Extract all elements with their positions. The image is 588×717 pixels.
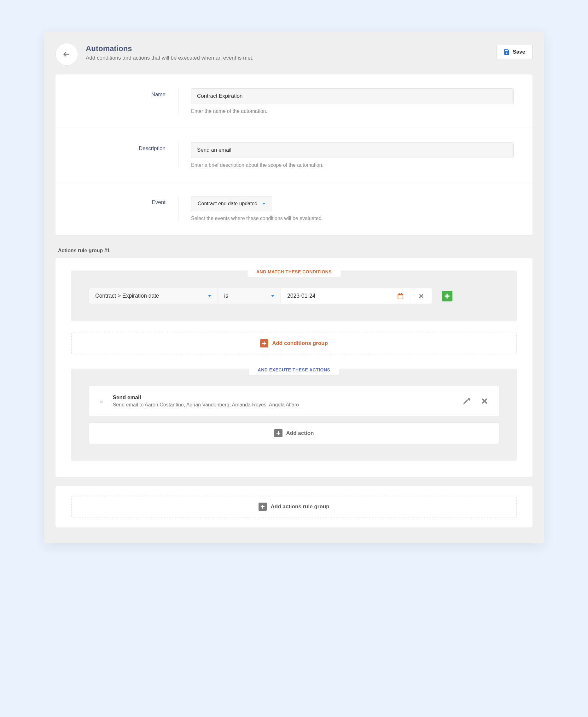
action-description: Send email to Aaron Costantino, Adrian V… [113,402,454,408]
close-icon [418,293,424,299]
condition-field-select[interactable]: Contract > Expiration date [89,288,218,304]
name-row: Name Enter the name of the automation. [56,75,532,128]
form-card: Name Enter the name of the automation. D… [56,75,532,235]
page-title: Automations [86,44,489,53]
calendar-icon [397,293,403,299]
plus-icon [444,293,450,299]
description-input[interactable] [191,142,513,158]
event-select-value: Contract end date updated [198,201,257,207]
conditions-block: AND MATCH THESE CONDITIONS Contract > Ex… [71,271,517,321]
header: Automations Add conditions and actions t… [56,43,532,66]
description-help: Enter a brief description about the scop… [191,162,513,168]
rule-group-card: AND MATCH THESE CONDITIONS Contract > Ex… [56,258,532,477]
actions-heading: AND EXECUTE THESE ACTIONS [249,365,339,375]
delete-icon[interactable] [481,397,488,405]
chevron-down-icon [271,295,274,297]
add-actions-rule-group-label: Add actions rule group [271,504,329,510]
name-help: Enter the name of the automation. [191,108,513,114]
plus-square-icon [258,503,267,511]
action-item: ≡ Send email Send email to Aaron Costant… [89,386,499,416]
page-subtitle: Add conditions and actions that will be … [86,55,489,61]
automation-panel: Automations Add conditions and actions t… [44,31,544,543]
bottom-card: Add actions rule group [56,486,532,527]
add-conditions-group-button[interactable]: Add conditions group [71,333,517,354]
conditions-heading: AND MATCH THESE CONDITIONS [248,267,340,277]
back-arrow-icon [62,49,71,59]
add-conditions-group-label: Add conditions group [272,340,328,346]
save-button[interactable]: Save [497,45,532,59]
event-label: Event [62,196,178,222]
add-action-button[interactable]: Add action [89,422,499,444]
edit-icon[interactable] [463,397,471,405]
chevron-down-icon [208,295,211,297]
condition-value-input[interactable]: 2023-01-24 [281,288,410,304]
actions-block: AND EXECUTE THESE ACTIONS ≡ Send email S… [71,368,517,461]
condition-field-value: Contract > Expiration date [95,293,159,299]
condition-operator-value: is [224,293,228,299]
back-button[interactable] [56,43,78,66]
condition-add-button[interactable] [442,291,453,301]
action-title: Send email [113,395,454,401]
plus-square-icon [260,339,268,347]
rule-group-title: Actions rule group #1 [58,248,530,253]
save-icon [504,49,509,55]
add-actions-rule-group-button[interactable]: Add actions rule group [71,496,517,518]
drag-handle-icon[interactable]: ≡ [100,400,103,403]
save-button-label: Save [513,49,525,55]
condition-value: 2023-01-24 [287,293,316,299]
event-row: Event Contract end date updated Select t… [56,182,532,235]
description-row: Description Enter a brief description ab… [56,128,532,182]
chevron-down-icon [262,203,266,205]
condition-operator-select[interactable]: is [218,288,281,304]
add-action-label: Add action [286,430,314,436]
plus-square-icon [274,429,282,437]
condition-remove-button[interactable] [410,288,432,304]
event-select[interactable]: Contract end date updated [191,196,272,211]
event-help: Select the events where these conditions… [191,216,513,222]
description-label: Description [62,142,178,168]
name-label: Name [62,88,178,114]
name-input[interactable] [191,88,513,104]
condition-row: Contract > Expiration date is 2023-01-24 [89,288,499,304]
